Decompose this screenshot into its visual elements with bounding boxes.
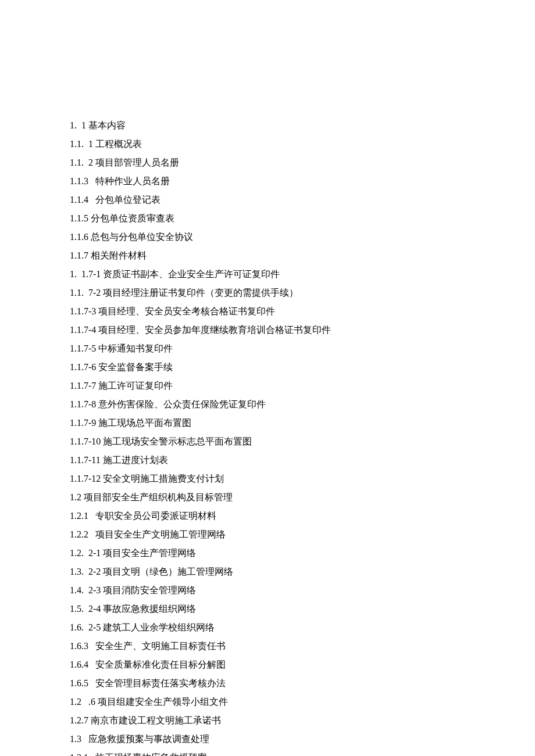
toc-line: 1.1.7-7 施工许可证复印件 [70, 377, 465, 395]
toc-line: 1.6. 2-5 建筑工人业余学校组织网络 [70, 618, 465, 637]
toc-line: 1.1.4 分包单位登记表 [70, 191, 465, 209]
toc-line: 1.2 项目部安全生产组织机构及目标管理 [70, 488, 465, 507]
toc-line: 1.1.7-4 项目经理、安全员参加年度继续教育培训合格证书复印件 [70, 321, 465, 339]
toc-line: 1.1.7-8 意外伤害保险、公众责任保险凭证复印件 [70, 395, 465, 414]
toc-line: 1.3. 2-2 项目文明（绿色）施工管理网络 [70, 562, 465, 581]
toc-line: 1.1.7 相关附件材料 [70, 246, 465, 265]
toc-line: 1.5. 2-4 事故应急救援组织网络 [70, 600, 465, 618]
toc-line: 1.1.7-12 安全文明施工措施费支付计划 [70, 470, 465, 488]
toc-line: 1.2. 2-1 项目安全生产管理网络 [70, 544, 465, 562]
toc-line: 1.3 应急救援预案与事故调查处理 [70, 730, 465, 748]
toc-line: 1.6.5 安全管理目标责任落实考核办法 [70, 674, 465, 693]
toc-line: 1.1. 7-2 项目经理注册证书复印件（变更的需提供手续） [70, 284, 465, 302]
toc-line: 1.1.5 分包单位资质审查表 [70, 209, 465, 228]
toc-line: 1.2 .6 项目组建安全生产领导小组文件 [70, 693, 465, 711]
toc-line: 1. 1.7-1 资质证书副本、企业安全生产许可证复印件 [70, 265, 465, 284]
toc-line: 1.1. 2 项目部管理人员名册 [70, 153, 465, 172]
toc-line: 1.2.1 专职安全员公司委派证明材料 [70, 507, 465, 525]
toc-line: 1.1.6 总包与分包单位安全协议 [70, 228, 465, 246]
document-page: 1. 1 基本内容1.1. 1 工程概况表1.1. 2 项目部管理人员名册1.1… [0, 0, 535, 756]
toc-line: 1.1.7-3 项目经理、安全员安全考核合格证书复印件 [70, 302, 465, 321]
toc-line: 1.1.7-6 安全监督备案手续 [70, 358, 465, 377]
toc-line: 1.3.1 施工现场事故应急救援预案 [70, 748, 465, 756]
toc-line: 1.1.7-9 施工现场总平面布置图 [70, 414, 465, 432]
toc-line: 1.1.7-11 施工进度计划表 [70, 451, 465, 470]
toc-line: 1.1.7-10 施工现场安全警示标志总平面布置图 [70, 432, 465, 451]
toc-line: 1.2.2 项目安全生产文明施工管理网络 [70, 525, 465, 544]
toc-line: 1.1. 1 工程概况表 [70, 135, 465, 153]
toc-line: 1.6.4 安全质量标准化责任目标分解图 [70, 655, 465, 674]
toc-line: 1.2.7 南京市建设工程文明施工承诺书 [70, 711, 465, 730]
toc-line: 1.1.3 特种作业人员名册 [70, 172, 465, 191]
toc-line: 1.4. 2-3 项目消防安全管理网络 [70, 581, 465, 600]
toc-line: 1. 1 基本内容 [70, 116, 465, 135]
toc-line: 1.1.7-5 中标通知书复印件 [70, 339, 465, 358]
toc-line: 1.6.3 安全生产、文明施工目标责任书 [70, 637, 465, 655]
